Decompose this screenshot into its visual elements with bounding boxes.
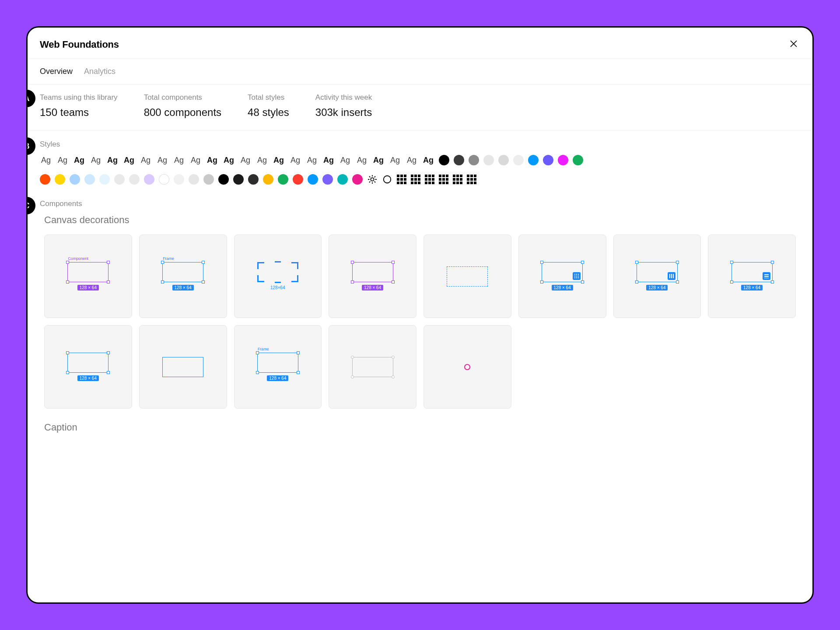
text-style-swatch[interactable]: Ag bbox=[106, 156, 119, 165]
color-style-swatch[interactable] bbox=[84, 174, 95, 185]
text-style-swatch[interactable]: Ag bbox=[322, 156, 335, 165]
color-style-swatch[interactable] bbox=[233, 174, 244, 185]
text-style-swatch[interactable]: Ag bbox=[356, 156, 368, 165]
color-style-swatch[interactable] bbox=[129, 174, 140, 185]
component-card[interactable]: 128 × 64 bbox=[708, 234, 796, 318]
color-style-swatch[interactable] bbox=[528, 155, 539, 165]
component-card[interactable]: Frame128 × 64 bbox=[234, 325, 322, 409]
color-style-swatch[interactable] bbox=[218, 174, 229, 185]
stat-label: Total styles bbox=[248, 93, 289, 102]
component-card[interactable] bbox=[424, 325, 511, 409]
color-style-swatch[interactable] bbox=[498, 155, 509, 165]
tab-overview[interactable]: Overview bbox=[40, 67, 73, 76]
svg-point-9 bbox=[384, 176, 391, 183]
color-style-swatch[interactable] bbox=[174, 174, 184, 185]
component-card[interactable]: 128 × 64 bbox=[518, 234, 606, 318]
color-style-swatch[interactable] bbox=[278, 174, 288, 185]
color-style-swatch[interactable] bbox=[293, 174, 303, 185]
text-style-swatch[interactable]: Ag bbox=[56, 156, 69, 165]
color-style-swatch[interactable] bbox=[483, 155, 494, 165]
text-style-swatch[interactable]: Ag bbox=[156, 156, 168, 165]
grid-style-swatch[interactable] bbox=[439, 175, 448, 184]
frame-label: Component bbox=[68, 256, 88, 261]
text-style-swatch[interactable]: Ag bbox=[389, 156, 401, 165]
dimensions-label: 128 × 64 bbox=[172, 285, 194, 290]
component-card[interactable]: Frame128 × 64 bbox=[139, 234, 227, 318]
text-style-swatch[interactable]: Ag bbox=[406, 156, 418, 165]
color-style-swatch[interactable] bbox=[263, 174, 273, 185]
component-card[interactable]: 128×64 bbox=[234, 234, 322, 318]
color-style-swatch[interactable] bbox=[454, 155, 464, 165]
color-style-swatch[interactable] bbox=[352, 174, 363, 185]
color-style-swatch[interactable] bbox=[573, 155, 583, 165]
text-style-swatch[interactable]: Ag bbox=[189, 156, 202, 165]
dimensions-label: 128 × 64 bbox=[362, 285, 383, 290]
component-card[interactable]: 128 × 64 bbox=[329, 234, 416, 318]
content-scroll[interactable]: A Teams using this library 150 teams Tot… bbox=[28, 84, 812, 602]
text-style-swatch[interactable]: Ag bbox=[90, 156, 102, 165]
color-style-swatch[interactable] bbox=[337, 174, 348, 185]
stat-label: Total components bbox=[144, 93, 221, 102]
component-card[interactable]: 128 × 64 bbox=[44, 325, 132, 409]
dimensions-label: 128 × 64 bbox=[267, 375, 288, 381]
color-style-swatch[interactable] bbox=[469, 155, 479, 165]
grid-style-swatch[interactable] bbox=[397, 175, 406, 184]
text-style-swatch[interactable]: Ag bbox=[140, 156, 152, 165]
text-style-swatch[interactable]: Ag bbox=[256, 156, 268, 165]
color-style-swatch[interactable] bbox=[99, 174, 110, 185]
annotation-a: A bbox=[28, 90, 35, 107]
text-style-swatch[interactable]: Ag bbox=[239, 156, 252, 165]
color-style-swatch[interactable] bbox=[558, 155, 568, 165]
color-style-swatch[interactable] bbox=[40, 174, 50, 185]
text-style-swatch[interactable]: Ag bbox=[223, 156, 235, 165]
text-style-swatch[interactable]: Ag bbox=[123, 156, 135, 165]
component-card[interactable]: 128 × 64 bbox=[613, 234, 701, 318]
stat-value: 150 teams bbox=[40, 106, 118, 119]
color-style-swatch[interactable] bbox=[159, 174, 169, 185]
components-title: Components bbox=[40, 200, 800, 208]
text-style-swatch[interactable]: Ag bbox=[306, 156, 318, 165]
component-card[interactable] bbox=[139, 325, 227, 409]
color-style-swatch[interactable] bbox=[55, 174, 65, 185]
grid-style-swatch[interactable] bbox=[467, 175, 476, 184]
svg-rect-23 bbox=[764, 276, 769, 277]
color-style-swatch[interactable] bbox=[513, 155, 524, 165]
tab-analytics[interactable]: Analytics bbox=[84, 67, 116, 76]
color-style-swatch[interactable] bbox=[70, 174, 80, 185]
color-style-swatch[interactable] bbox=[203, 174, 214, 185]
text-style-swatch[interactable]: Ag bbox=[422, 156, 434, 165]
color-style-swatch[interactable] bbox=[248, 174, 259, 185]
color-style-swatch[interactable] bbox=[144, 174, 154, 185]
stat-styles: Total styles 48 styles bbox=[248, 93, 289, 119]
color-style-swatch[interactable] bbox=[189, 174, 199, 185]
component-card[interactable] bbox=[424, 234, 511, 318]
color-style-swatch[interactable] bbox=[543, 155, 553, 165]
annotation-c: C bbox=[28, 197, 35, 214]
grid-style-swatch[interactable] bbox=[411, 175, 420, 184]
list-icon bbox=[763, 272, 770, 280]
color-style-swatch[interactable] bbox=[308, 174, 318, 185]
grid-style-swatch[interactable] bbox=[453, 175, 462, 184]
component-card[interactable]: Component128 × 64 bbox=[44, 234, 132, 318]
text-style-swatch[interactable]: Ag bbox=[173, 156, 185, 165]
text-style-swatch[interactable]: Ag bbox=[339, 156, 351, 165]
tabs: Overview Analytics bbox=[28, 59, 812, 84]
text-style-swatch[interactable]: Ag bbox=[372, 156, 385, 165]
color-style-swatch[interactable] bbox=[322, 174, 333, 185]
color-style-swatch[interactable] bbox=[439, 155, 449, 165]
text-style-swatch[interactable]: Ag bbox=[73, 156, 85, 165]
text-style-swatch[interactable]: Ag bbox=[289, 156, 301, 165]
svg-line-5 bbox=[369, 176, 370, 177]
close-button[interactable] bbox=[787, 37, 800, 52]
text-style-swatch[interactable]: Ag bbox=[273, 156, 285, 165]
moon-icon[interactable] bbox=[382, 174, 392, 185]
svg-rect-20 bbox=[671, 274, 672, 278]
component-card[interactable] bbox=[329, 325, 416, 409]
grid-style-swatch[interactable] bbox=[425, 175, 434, 184]
color-style-swatch[interactable] bbox=[114, 174, 125, 185]
styles-title: Styles bbox=[40, 140, 800, 149]
text-style-swatch[interactable]: Ag bbox=[206, 156, 218, 165]
sun-icon[interactable] bbox=[367, 174, 378, 185]
text-style-swatch[interactable]: Ag bbox=[40, 156, 52, 165]
svg-rect-14 bbox=[576, 276, 577, 276]
